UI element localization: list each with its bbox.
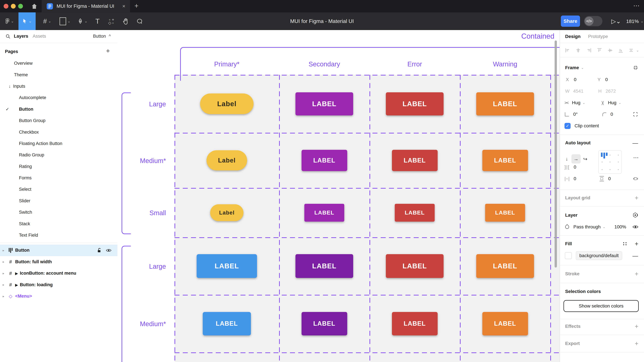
dev-mode-toggle[interactable]: </> [584, 16, 602, 26]
auto-layout-wrap-button[interactable]: ↩ [581, 154, 590, 163]
align-bottom-icon[interactable] [618, 48, 624, 53]
button-warning-medium-2[interactable]: LABEL [482, 312, 528, 335]
blend-mode-value[interactable]: Pass through [574, 224, 600, 230]
layer-row-button-full-width[interactable]: ▸ # Button: full width [0, 256, 118, 268]
button-secondary-large-2[interactable]: LABEL [296, 254, 353, 278]
window-zoom-light[interactable] [18, 4, 23, 9]
eye-icon[interactable] [106, 249, 112, 252]
page-item-button-group[interactable]: Button Group [0, 115, 118, 126]
collapse-triangle-icon[interactable]: ▸ [3, 294, 4, 298]
clip-content-checkbox[interactable]: ✓ [564, 123, 570, 129]
opacity-value[interactable]: 100% [614, 224, 626, 230]
frame-title[interactable]: Contained [521, 32, 554, 40]
auto-layout-more-icon[interactable]: ⋯ [633, 154, 639, 161]
align-left-icon[interactable] [565, 48, 570, 53]
page-item-radio-group[interactable]: Radio Group [0, 149, 118, 161]
page-item-stack[interactable]: Stack [0, 218, 118, 229]
page-item-overview[interactable]: Overview [0, 58, 118, 69]
align-top-icon[interactable] [597, 48, 602, 53]
button-primary-medium-2[interactable]: LABEL [203, 312, 251, 335]
canvas-viewport[interactable]: Contained Primary* Secondary Error Warni… [118, 30, 560, 362]
shape-tool-button[interactable]: ⌄ [57, 12, 73, 30]
hug-horizontal-value[interactable]: Hug [572, 100, 580, 105]
collapse-corners-icon[interactable] [633, 65, 638, 71]
layer-row-button[interactable]: ▸ Button [0, 245, 118, 256]
add-fill-button[interactable]: + [635, 240, 638, 247]
component-selector[interactable]: Button ^ [93, 34, 111, 39]
layer-visibility-eye-icon[interactable] [632, 225, 638, 229]
collapse-triangle-icon[interactable]: ▸ [3, 260, 4, 264]
button-secondary-medium[interactable]: LABEL [302, 150, 347, 171]
button-primary-medium[interactable]: Label [206, 150, 247, 170]
button-error-medium[interactable]: LABEL [392, 150, 438, 171]
button-warning-small[interactable]: LABEL [485, 204, 525, 222]
tab-assets[interactable]: Assets [33, 34, 46, 39]
browser-tab[interactable]: MUI for Figma - Material UI × [42, 0, 130, 12]
button-secondary-small[interactable]: LABEL [304, 204, 344, 222]
add-stroke-button[interactable]: + [635, 270, 638, 277]
corner-radius-value[interactable]: 0 [610, 112, 613, 117]
remove-fill-button[interactable]: — [632, 253, 638, 259]
page-item-rating[interactable]: Rating [0, 161, 118, 172]
browser-more-icon[interactable]: ⋯ [633, 2, 640, 9]
tab-prototype[interactable]: Prototype [588, 34, 608, 39]
page-item-forms[interactable]: Forms [0, 172, 118, 184]
auto-layout-horizontal-button[interactable]: → [572, 154, 581, 163]
add-page-button[interactable]: + [106, 47, 110, 55]
hug-vertical-value[interactable]: Hug [608, 100, 616, 105]
tab-layers[interactable]: Layers [14, 34, 28, 39]
fill-color-swatch[interactable] [565, 252, 572, 259]
actions-tool-button[interactable]: ▫+◇▫ [105, 12, 118, 30]
page-item-autocomplete[interactable]: Autocomplete [0, 92, 118, 103]
gap-value[interactable]: 0 [574, 164, 576, 170]
width-value[interactable]: 4541 [573, 89, 583, 94]
move-tool-button[interactable]: ⌄ [18, 12, 36, 30]
layer-row-iconbutton-account-menu[interactable]: ▸ # ▶IconButton: account menu [0, 268, 118, 279]
layer-row-button-loading[interactable]: ▸ # ▶Button: loading [0, 279, 118, 291]
page-item-button[interactable]: ✓ Button [0, 104, 118, 115]
pen-tool-button[interactable]: ⌄ [74, 12, 90, 30]
add-layout-grid-button[interactable]: + [635, 194, 638, 202]
page-item-theme[interactable]: Theme [0, 69, 118, 80]
horizontal-padding-value[interactable]: 0 [574, 176, 576, 181]
page-item-inputs[interactable]: ↓ Inputs [0, 81, 118, 92]
window-close-light[interactable] [4, 4, 8, 9]
button-secondary-medium-2[interactable]: LABEL [302, 312, 347, 335]
comment-tool-button[interactable] [133, 12, 146, 30]
align-right-icon[interactable] [586, 48, 592, 53]
frame-section-title[interactable]: Frame [565, 65, 579, 70]
text-tool-button[interactable]: T [92, 12, 103, 30]
independent-padding-icon[interactable] [633, 176, 638, 181]
independent-corners-icon[interactable] [633, 112, 638, 117]
button-secondary-large[interactable]: LABEL [296, 92, 353, 115]
button-error-large[interactable]: LABEL [386, 92, 444, 115]
height-value[interactable]: 2672 [606, 89, 616, 94]
blend-settings-icon[interactable] [632, 212, 638, 218]
auto-layout-vertical-button[interactable]: ↓ [562, 154, 572, 163]
page-item-floating-action-button[interactable]: Floating Action Button [0, 138, 118, 149]
align-vertical-center-icon[interactable] [608, 48, 613, 53]
align-horizontal-center-icon[interactable] [576, 48, 581, 53]
button-error-small[interactable]: LABEL [395, 204, 435, 222]
hand-tool-button[interactable] [119, 12, 132, 30]
button-primary-large[interactable]: Label [200, 93, 254, 114]
tab-close-icon[interactable]: × [122, 3, 125, 9]
button-primary-large-2[interactable]: LABEL [197, 254, 257, 278]
page-item-switch[interactable]: Switch [0, 207, 118, 218]
remove-auto-layout-button[interactable]: — [632, 140, 638, 146]
button-primary-small[interactable]: Label [210, 204, 244, 221]
vertical-padding-value[interactable]: 0 [608, 176, 611, 181]
button-error-medium-2[interactable]: LABEL [392, 312, 438, 335]
fill-style-chip[interactable]: background/default [576, 251, 622, 260]
fill-styles-icon[interactable] [623, 242, 627, 245]
tab-design[interactable]: Design [565, 34, 580, 39]
add-effect-button[interactable]: + [635, 323, 638, 330]
share-button[interactable]: Share [561, 16, 580, 27]
zoom-level-menu[interactable]: 181% ⌄ [626, 12, 644, 30]
add-export-button[interactable]: + [635, 340, 638, 347]
collapse-triangle-icon[interactable]: ▸ [3, 283, 4, 287]
distribute-menu[interactable]: ⌄ [628, 48, 639, 53]
frame-tool-button[interactable]: # ⌄ [39, 12, 55, 30]
y-value[interactable]: 0 [605, 77, 608, 82]
new-tab-button[interactable]: + [134, 2, 138, 10]
